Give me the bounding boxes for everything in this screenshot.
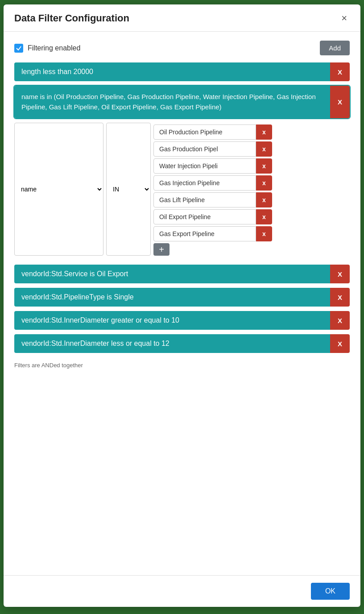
filter-label-6[interactable]: vendorId:Std.InnerDiameter less or equal… (14, 334, 330, 353)
dialog-title: Data Filter Configuration (14, 12, 129, 24)
value-delete-0[interactable]: x (256, 124, 272, 140)
filter-delete-5[interactable]: X (330, 311, 350, 330)
top-row: Filtering enabled Add (14, 41, 350, 55)
value-delete-2[interactable]: x (256, 158, 272, 174)
value-delete-6[interactable]: x (256, 226, 272, 241)
filter-label-4[interactable]: vendorId:Std.PipelineType is Single (14, 288, 330, 307)
value-delete-4[interactable]: x (256, 192, 272, 207)
filter-label-5[interactable]: vendorId:Std.InnerDiameter greater or eq… (14, 311, 330, 330)
filter-label-1[interactable]: length less than 20000 (14, 62, 330, 81)
value-row-0: Oil Production Pipeline x (153, 124, 272, 140)
value-row-6: Gas Export Pipeline x (153, 226, 272, 241)
value-row-3: Gas Injection Pipeline x (153, 175, 272, 191)
value-box-5: Oil Export Pipeline (153, 209, 256, 224)
value-box-2: Water Injection Pipeli (153, 158, 256, 174)
value-box-4: Gas Lift Pipeline (153, 192, 256, 207)
value-rows-container: Oil Production Pipeline x Gas Production… (153, 123, 272, 256)
filtering-enabled-label[interactable]: Filtering enabled (14, 44, 80, 53)
field-select[interactable]: name length vendorId:Std.Service vendorI… (14, 123, 103, 256)
add-button[interactable]: Add (320, 41, 350, 55)
value-delete-1[interactable]: x (256, 141, 272, 157)
filter-delete-6[interactable]: X (330, 334, 350, 353)
filter-delete-1[interactable]: X (330, 62, 350, 81)
filter-row-6: vendorId:Std.InnerDiameter less or equal… (14, 334, 350, 353)
add-value-button[interactable]: + (153, 243, 170, 256)
filter-editor-top: name length vendorId:Std.Service vendorI… (14, 123, 350, 256)
filtering-enabled-checkbox[interactable] (14, 44, 23, 53)
dialog: Data Filter Configuration × Filtering en… (4, 4, 360, 607)
value-rows: Oil Production Pipeline x Gas Production… (153, 123, 272, 241)
value-box-1: Gas Production Pipel (153, 141, 256, 157)
filter-label-3[interactable]: vendorId:Std.Service is Oil Export (14, 265, 330, 283)
value-row-1: Gas Production Pipel x (153, 141, 272, 157)
filter-row-4: vendorId:Std.PipelineType is Single X (14, 288, 350, 307)
close-button[interactable]: × (339, 12, 350, 24)
filter-row-5: vendorId:Std.InnerDiameter greater or eq… (14, 311, 350, 330)
filter-delete-4[interactable]: X (330, 288, 350, 307)
value-delete-3[interactable]: x (256, 175, 272, 191)
dialog-footer: OK (4, 575, 360, 607)
filter-editor: name length vendorId:Std.Service vendorI… (14, 123, 350, 256)
value-box-0: Oil Production Pipeline (153, 124, 256, 140)
filter-delete-3[interactable]: X (330, 265, 350, 283)
filter-row-2: name is in (Oil Production Pipeline, Gas… (14, 86, 350, 118)
filter-row-1: length less than 20000 X (14, 62, 350, 81)
dialog-header: Data Filter Configuration × (4, 4, 360, 32)
value-row-4: Gas Lift Pipeline x (153, 192, 272, 207)
ok-button[interactable]: OK (311, 583, 350, 600)
filtering-enabled-text: Filtering enabled (28, 44, 80, 52)
filters-note: Filters are ANDed together (14, 362, 350, 369)
value-box-6: Gas Export Pipeline (153, 226, 256, 241)
filter-row-3: vendorId:Std.Service is Oil Export X (14, 265, 350, 283)
op-select[interactable]: IN IS GREATER LESS (106, 123, 151, 256)
dialog-body: Filtering enabled Add length less than 2… (4, 32, 360, 575)
filter-label-2[interactable]: name is in (Oil Production Pipeline, Gas… (14, 86, 330, 118)
value-row-5: Oil Export Pipeline x (153, 209, 272, 224)
value-delete-5[interactable]: x (256, 209, 272, 224)
filter-delete-2[interactable]: X (330, 86, 350, 118)
value-box-3: Gas Injection Pipeline (153, 175, 256, 191)
value-row-2: Water Injection Pipeli x (153, 158, 272, 174)
